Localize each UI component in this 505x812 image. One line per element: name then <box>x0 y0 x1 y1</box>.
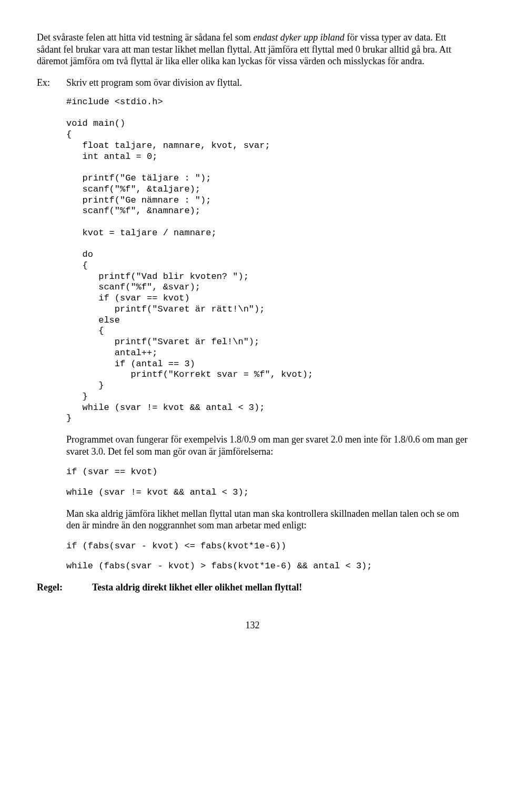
advice-paragraph: Man ska aldrig jämföra likhet mellan fly… <box>66 508 468 532</box>
rule-text: Testa aldrig direkt likhet eller olikhet… <box>92 582 468 594</box>
intro-paragraph: Det svåraste felen att hitta vid testnin… <box>37 32 468 67</box>
rule-row: Regel: Testa aldrig direkt likhet eller … <box>37 582 468 594</box>
code-snippet-while: while (svar != kvot && antal < 3); <box>66 487 468 498</box>
code-block-main: #include <stdio.h> void main() { float t… <box>66 97 468 424</box>
code-snippet-fabs-if: if (fabs(svar - kvot) <= fabs(kvot*1e-6)… <box>66 541 468 552</box>
explain-paragraph: Programmet ovan fungerar för exempelvis … <box>66 434 468 457</box>
example-text: Skriv ett program som övar division av f… <box>66 77 468 89</box>
intro-text-a: Det svåraste felen att hitta vid testnin… <box>37 32 253 43</box>
page-number: 132 <box>37 619 468 631</box>
example-label: Ex: <box>37 77 66 89</box>
code-snippet-if: if (svar == kvot) <box>66 467 468 478</box>
example-row: Ex: Skriv ett program som övar division … <box>37 77 468 89</box>
rule-label: Regel: <box>37 582 92 594</box>
intro-text-italic: endast dyker upp ibland <box>253 32 344 43</box>
code-snippet-fabs-while: while (fabs(svar - kvot) > fabs(kvot*1e-… <box>66 561 468 572</box>
